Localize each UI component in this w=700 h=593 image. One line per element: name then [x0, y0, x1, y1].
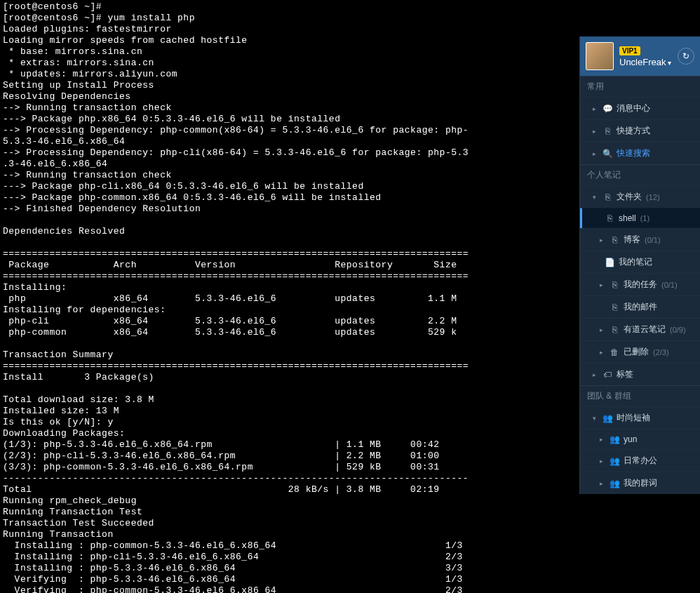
nav-label: yun	[624, 434, 637, 444]
user-info: VIP1 UncleFreak	[619, 46, 672, 67]
section-common: 常用	[580, 76, 700, 97]
folder-icon: ⎘	[605, 213, 614, 223]
group-icon: 👥	[610, 434, 619, 444]
nav-folders[interactable]: ▾ ⎘ 文件夹 (12)	[580, 185, 700, 208]
nav-label: 我的邮件	[624, 301, 657, 313]
chevron-right-icon: ▸	[593, 371, 598, 378]
chevron-right-icon: ▸	[600, 458, 605, 465]
shortcut-icon: ⎘	[603, 126, 612, 136]
chevron-right-icon: ▸	[600, 236, 605, 244]
count-badge: (1)	[640, 214, 649, 222]
search-icon: 🔍	[603, 149, 612, 159]
section-notes: 个人笔记	[580, 164, 700, 185]
avatar[interactable]	[586, 42, 614, 70]
group-icon: 👥	[610, 456, 619, 466]
folder-icon: ⎘	[610, 325, 619, 335]
chevron-right-icon: ▸	[600, 349, 605, 356]
refresh-icon[interactable]: ↻	[678, 48, 694, 65]
group-icon: 👥	[603, 413, 612, 423]
chevron-right-icon: ▸	[600, 436, 605, 443]
count-badge: (12)	[646, 193, 660, 201]
nav-label: 文件夹	[617, 191, 642, 203]
tag-icon: 🏷	[603, 370, 612, 380]
chevron-right-icon: ▸	[600, 281, 605, 288]
nav-team-fashion[interactable]: ▾ 👥 时尚短袖	[580, 406, 700, 429]
nav-tags[interactable]: ▸ 🏷 标签	[580, 363, 700, 385]
chevron-down-icon: ▾	[593, 415, 598, 422]
nav-team-mygroups[interactable]: ▸ 👥 我的群词	[580, 472, 700, 494]
nav-my-mail[interactable]: ⎘ 我的邮件	[580, 295, 700, 318]
nav-label: 博客	[624, 234, 640, 246]
nav-deleted[interactable]: ▸ 🗑 已删除 (2/3)	[580, 340, 700, 363]
nav-label: 我的任务	[624, 279, 657, 291]
group-icon: 👥	[610, 479, 619, 488]
nav-label: shell	[619, 213, 636, 223]
nav-team-office[interactable]: ▸ 👥 日常办公	[580, 449, 700, 472]
nav-search[interactable]: ▸ 🔍 快速搜索	[580, 142, 700, 164]
nav-label: 消息中心	[617, 102, 650, 114]
nav-label: 日常办公	[624, 455, 657, 467]
chevron-right-icon: ▸	[593, 105, 598, 112]
folder-icon: ⎘	[610, 235, 619, 245]
nav-label: 快速搜索	[617, 147, 650, 159]
count-badge: (0/9)	[670, 326, 686, 334]
message-icon: 💬	[603, 104, 612, 114]
nav-label: 时尚短袖	[617, 412, 650, 424]
user-panel: VIP1 UncleFreak ↻	[580, 36, 700, 76]
nav-shortcuts[interactable]: ▸ ⎘ 快捷方式	[580, 119, 700, 142]
trash-icon: 🗑	[610, 347, 619, 357]
nav-label: 我的笔记	[619, 256, 652, 268]
username-dropdown[interactable]: UncleFreak	[619, 57, 672, 67]
nav-team-yun[interactable]: ▸ 👥 yun	[580, 429, 700, 449]
vip-badge: VIP1	[619, 46, 640, 55]
nav-youdao[interactable]: ▸ ⎘ 有道云笔记 (0/9)	[580, 318, 700, 340]
chevron-right-icon: ▸	[600, 480, 605, 487]
nav-label: 有道云笔记	[624, 324, 666, 335]
count-badge: (2/3)	[653, 348, 669, 357]
nav-label: 我的群词	[624, 477, 657, 489]
nav-label: 标签	[617, 368, 633, 380]
folder-icon: ⎘	[603, 192, 612, 202]
document-icon: 📄	[605, 258, 614, 267]
nav-label: 已删除	[624, 346, 649, 358]
chevron-right-icon: ▸	[593, 128, 598, 135]
nav-messages[interactable]: ▸ 💬 消息中心	[580, 97, 700, 119]
nav-label: 快捷方式	[617, 125, 650, 137]
sidebar: VIP1 UncleFreak ↻ 常用 ▸ 💬 消息中心 ▸ ⎘ 快捷方式 ▸…	[579, 36, 700, 494]
count-badge: (0/1)	[645, 236, 661, 244]
chevron-down-icon: ▾	[593, 194, 598, 201]
chevron-right-icon: ▸	[600, 326, 605, 333]
nav-my-tasks[interactable]: ▸ ⎘ 我的任务 (0/1)	[580, 273, 700, 295]
count-badge: (0/1)	[661, 281, 678, 289]
nav-folder-shell[interactable]: ⎘ shell (1)	[580, 208, 700, 228]
chevron-right-icon: ▸	[593, 150, 598, 157]
folder-icon: ⎘	[610, 302, 619, 312]
nav-my-notes[interactable]: 📄 我的笔记	[580, 251, 700, 273]
nav-folder-blog[interactable]: ▸ ⎘ 博客 (0/1)	[580, 228, 700, 251]
folder-icon: ⎘	[610, 280, 619, 290]
section-teams: 团队 & 群组	[580, 385, 700, 406]
